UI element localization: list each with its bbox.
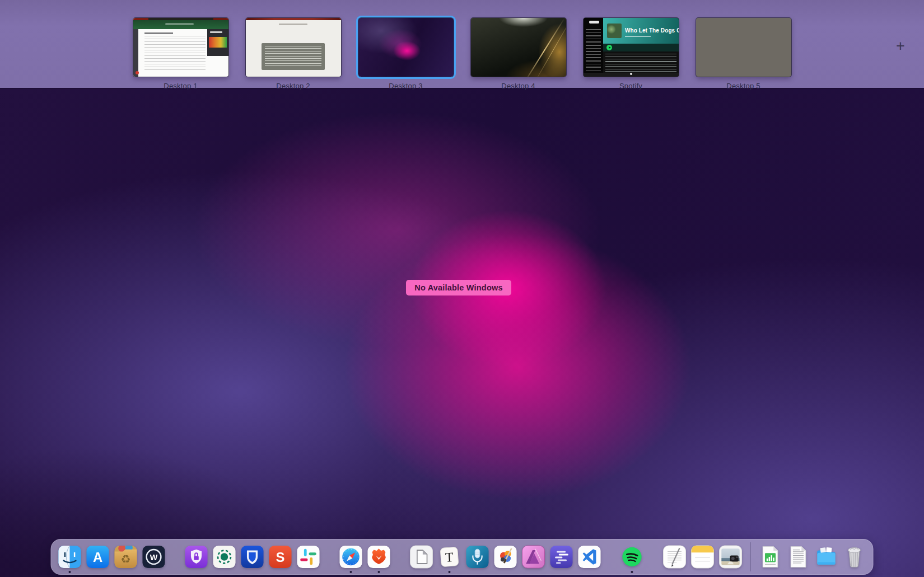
dock-item-libreoffice-document[interactable] [410, 545, 433, 569]
thumb-toolbar-pill [165, 23, 194, 25]
space-label: Desktop 5 [726, 82, 760, 90]
svg-text:A: A [93, 550, 102, 565]
running-indicator [631, 571, 633, 573]
no-available-windows-badge: No Available Windows [406, 280, 511, 295]
space-desktop-5-thumbnail[interactable] [696, 18, 791, 77]
dock-item-windscribe[interactable]: W [142, 545, 166, 569]
space-label: Spotify [619, 82, 642, 90]
thumb-spotify-nav-pill [589, 21, 600, 24]
space-desktop-2-thumbnail[interactable] [246, 18, 341, 77]
running-indicator [69, 571, 71, 573]
thumb-spotify-sidebar [584, 18, 604, 77]
text-lines-icon [550, 545, 573, 569]
plus-icon: + [896, 37, 905, 55]
thumb-spotify-album-art [607, 24, 622, 38]
dock-item-vscode[interactable] [578, 545, 601, 569]
text-file-icon [787, 545, 810, 569]
dock-item-text-file[interactable] [787, 545, 810, 569]
dock-item-affinity-photo[interactable] [522, 545, 545, 569]
space-desktop-3-thumbnail[interactable] [358, 18, 454, 77]
space-spotify[interactable]: Who Let The Dogs Out Spotify [584, 18, 679, 90]
notes-icon [691, 545, 715, 569]
thumb-doc-text [144, 36, 206, 71]
space-desktop-4-thumbnail[interactable] [471, 18, 566, 77]
slack-icon [297, 545, 320, 569]
finder-icon [58, 545, 82, 569]
typora-icon: T [438, 545, 461, 569]
dock-item-spotify[interactable] [620, 545, 644, 569]
svg-text:♻: ♻ [121, 552, 131, 566]
bitwarden-shield-icon [241, 545, 264, 569]
space-desktop-2[interactable]: Desktop 2 [246, 18, 341, 90]
mission-control-screen: Desktop 1 Desktop 2 Desktop 3 [0, 0, 924, 577]
space-desktop-3[interactable]: Desktop 3 [358, 18, 454, 90]
s-letter-icon: S [269, 545, 292, 569]
dock-item-notes[interactable] [691, 545, 715, 569]
dock-item-app-store[interactable]: A [86, 545, 110, 569]
thumb-code-block [262, 43, 324, 70]
thumb-doc-heading [144, 32, 173, 34]
thumb-spotify-playlist-title: Who Let The Dogs Out [625, 27, 679, 34]
thumb-gold-streak [524, 18, 565, 77]
thumb-gold-streak [534, 18, 566, 77]
dock-item-finder[interactable] [58, 545, 82, 569]
space-spotify-thumbnail[interactable]: Who Let The Dogs Out [584, 18, 679, 77]
dock-item-bitwarden[interactable] [241, 545, 264, 569]
thumb-spotify-subtitle-line [625, 36, 651, 37]
windscribe-icon: W [142, 545, 166, 569]
space-label: Desktop 4 [501, 82, 535, 90]
spotify-icon [620, 545, 644, 569]
dock-item-slack[interactable] [297, 545, 320, 569]
folder-icon [815, 545, 838, 569]
dock-item-trash[interactable] [843, 545, 866, 569]
thumb-code-lines [265, 46, 321, 67]
dock-item-lock-shield-app[interactable] [185, 545, 208, 569]
svg-text:T: T [445, 550, 454, 565]
safari-icon [339, 545, 363, 569]
dock-item-microphone-app[interactable] [466, 545, 489, 569]
thumb-sidebar [133, 29, 138, 77]
dock-item-paint-app[interactable] [494, 545, 517, 569]
dock: A ♻ W [51, 539, 874, 575]
thumb-record-dot [136, 71, 139, 74]
space-desktop-5[interactable]: Desktop 5 [696, 18, 791, 90]
thumb-stats-line [210, 31, 222, 33]
thumb-stats-panel [207, 29, 228, 56]
thumb-spotify-playlist-lines [586, 27, 601, 71]
dock-item-photo-booth[interactable] [719, 545, 743, 569]
thumb-readability-gradient [209, 37, 226, 48]
brave-lion-icon [367, 545, 391, 569]
add-space-button[interactable]: + [892, 37, 909, 55]
thumb-spotify-play-button [606, 45, 612, 50]
space-label: Desktop 2 [276, 82, 310, 90]
thumb-spotify-tracklist [605, 52, 677, 72]
microphone-icon [466, 545, 489, 569]
affinity-photo-icon [522, 545, 545, 569]
svg-text:S: S [276, 550, 285, 565]
dock-item-s-red-app[interactable]: S [269, 545, 292, 569]
dock-item-text-lines-app[interactable] [550, 545, 573, 569]
document-icon [410, 545, 433, 569]
vscode-icon [578, 545, 601, 569]
space-desktop-1-thumbnail[interactable] [133, 18, 228, 77]
lock-shield-icon [185, 545, 208, 569]
space-desktop-4[interactable]: Desktop 4 [471, 18, 566, 90]
dock-item-dashed-circle-app[interactable] [213, 545, 236, 569]
recycle-folder-icon: ♻ [114, 545, 138, 569]
textedit-icon [663, 545, 687, 569]
spreadsheet-file-icon [759, 545, 782, 569]
thumb-spotify-controls [603, 44, 678, 51]
dock-item-spreadsheet-file[interactable] [759, 545, 782, 569]
desktop-wallpaper[interactable] [0, 88, 924, 577]
photo-booth-icon [719, 545, 743, 569]
running-indicator [378, 571, 380, 573]
thumb-spotify-player-dot [630, 73, 632, 75]
dock-item-textedit[interactable] [663, 545, 687, 569]
dock-item-downloads-folder[interactable] [815, 545, 838, 569]
space-desktop-1[interactable]: Desktop 1 [133, 18, 228, 90]
dock-item-safari[interactable] [339, 545, 363, 569]
dock-item-typora[interactable]: T [438, 545, 461, 569]
dock-item-brave[interactable] [367, 545, 391, 569]
dock-item-recycle-folder[interactable]: ♻ [114, 545, 138, 569]
running-indicator [350, 571, 352, 573]
